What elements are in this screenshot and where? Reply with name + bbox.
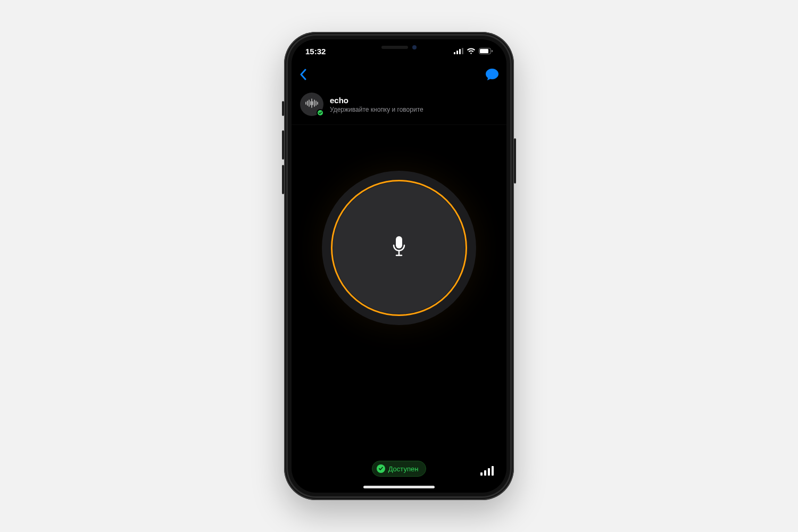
volume-down-btn	[282, 165, 284, 194]
svg-rect-2	[459, 49, 461, 54]
mute-switch	[282, 101, 284, 116]
nav-bar	[292, 63, 506, 86]
availability-pill[interactable]: Доступен	[372, 461, 427, 477]
battery-icon	[479, 47, 493, 56]
status-time: 15:32	[305, 47, 326, 56]
contact-row[interactable]: echo Удерживайте кнопку и говорите	[292, 86, 506, 125]
ptt-button[interactable]	[333, 182, 465, 314]
check-circle-icon	[377, 464, 385, 473]
screen: 15:32	[292, 39, 506, 493]
cellular-icon	[454, 47, 463, 56]
phone-frame: 15:32	[284, 32, 514, 500]
ptt-ring	[331, 180, 467, 316]
contact-texts: echo Удерживайте кнопку и говорите	[330, 96, 423, 113]
back-button[interactable]	[299, 69, 307, 80]
chevron-left-icon	[299, 69, 307, 80]
status-right	[454, 47, 493, 56]
check-icon	[318, 111, 322, 115]
svg-rect-1	[456, 51, 458, 54]
messages-button[interactable]	[485, 68, 499, 81]
waveform-icon	[305, 98, 319, 110]
signal-icon	[480, 466, 494, 476]
presence-badge	[317, 109, 324, 117]
svg-rect-5	[480, 49, 488, 53]
notch	[348, 39, 450, 55]
svg-rect-0	[454, 52, 455, 54]
availability-label: Доступен	[388, 465, 419, 473]
speaker-grille	[381, 46, 408, 49]
ptt-outer	[322, 171, 476, 325]
wifi-icon	[467, 47, 476, 56]
svg-rect-6	[492, 50, 493, 52]
bottom-bar: Доступен	[292, 461, 506, 477]
avatar	[300, 93, 323, 116]
contact-name: echo	[330, 96, 423, 105]
power-button	[514, 138, 516, 184]
contact-subtitle: Удерживайте кнопку и говорите	[330, 106, 423, 113]
front-camera	[412, 45, 417, 49]
microphone-icon	[391, 236, 407, 260]
home-indicator[interactable]	[363, 486, 435, 488]
ptt-area	[322, 171, 476, 325]
volume-up-btn	[282, 130, 284, 160]
chat-bubble-icon	[485, 68, 499, 81]
svg-rect-3	[462, 48, 463, 54]
